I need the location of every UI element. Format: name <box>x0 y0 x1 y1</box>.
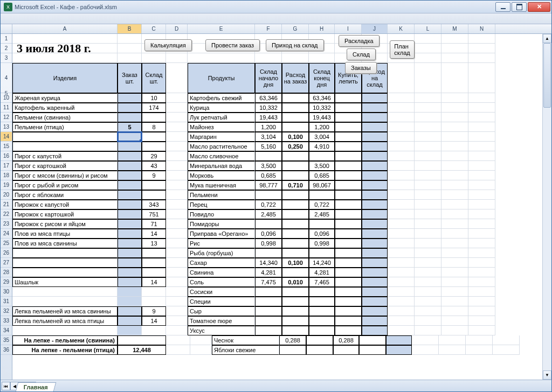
extra-stock[interactable]: 9 <box>142 306 166 316</box>
prod-buy[interactable] <box>335 93 362 103</box>
prod-end[interactable]: 4,281 <box>309 268 335 277</box>
prod-name[interactable]: Рис <box>188 239 255 248</box>
prod-end[interactable]: 0,998 <box>309 239 335 248</box>
item-name[interactable]: Жареная курица <box>12 93 118 103</box>
prod-name[interactable]: Чеснок <box>212 335 279 345</box>
prod-buy[interactable] <box>335 200 362 209</box>
item-stock[interactable] <box>142 268 166 277</box>
prod-start[interactable] <box>255 248 282 258</box>
prod-end[interactable]: 19,443 <box>309 113 335 122</box>
extra-stock[interactable]: 14 <box>142 316 166 326</box>
prod-consume[interactable]: 0,710 <box>282 180 309 190</box>
item-order[interactable] <box>118 190 142 200</box>
prod-start[interactable]: 0,998 <box>255 239 282 248</box>
prod-start[interactable] <box>279 345 306 355</box>
row-header[interactable]: 27 <box>1 258 12 268</box>
prod-income[interactable] <box>362 229 388 239</box>
prod-consume[interactable] <box>282 248 309 258</box>
col-header[interactable]: H <box>309 24 335 33</box>
prod-name[interactable]: Мука пшеничная <box>188 180 255 190</box>
prod-consume[interactable] <box>282 209 309 219</box>
prod-end[interactable] <box>309 287 335 297</box>
prod-consume[interactable] <box>282 316 309 326</box>
prod-buy[interactable] <box>335 239 362 248</box>
prod-income[interactable] <box>362 209 388 219</box>
prod-buy[interactable] <box>335 113 362 122</box>
prod-start[interactable]: 7,475 <box>255 277 282 287</box>
item-name[interactable]: Пирожок с капустой <box>12 200 118 209</box>
item-name[interactable] <box>12 142 118 151</box>
item-name[interactable]: Пельмени (свинина) <box>12 113 118 122</box>
item-stock[interactable]: 174 <box>142 103 166 113</box>
prod-consume[interactable] <box>282 122 309 132</box>
item-stock[interactable]: 13 <box>142 239 166 248</box>
item-order[interactable] <box>118 171 142 180</box>
item-name[interactable] <box>12 258 118 268</box>
prod-buy[interactable] <box>335 277 362 287</box>
prod-buy[interactable] <box>335 171 362 180</box>
formula-bar[interactable] <box>1 13 551 24</box>
prod-consume[interactable] <box>282 219 309 229</box>
item-order[interactable] <box>118 151 142 161</box>
item-name[interactable]: Пирог с капустой <box>12 151 118 161</box>
prod-buy[interactable] <box>359 345 386 355</box>
prod-start[interactable]: 0,096 <box>255 229 282 239</box>
row-header[interactable]: 25 <box>1 239 12 248</box>
prod-buy[interactable] <box>335 258 362 268</box>
item-stock[interactable]: 8 <box>142 122 166 132</box>
row-header[interactable]: 23 <box>1 219 12 229</box>
prod-end[interactable] <box>309 316 335 326</box>
prod-end[interactable]: 0,288 <box>333 335 359 345</box>
prod-start[interactable]: 5,160 <box>255 142 282 151</box>
item-order[interactable] <box>118 248 142 258</box>
item-stock[interactable] <box>142 190 166 200</box>
income-button[interactable]: Приход на склад <box>266 39 324 51</box>
col-header[interactable]: C <box>142 24 166 33</box>
prod-end[interactable] <box>309 297 335 306</box>
scroll-down-icon[interactable]: ▼ <box>543 370 551 380</box>
item-stock[interactable]: 343 <box>142 200 166 209</box>
prod-name[interactable]: Помидоры <box>188 219 255 229</box>
prod-buy[interactable] <box>335 190 362 200</box>
prod-name[interactable]: Перец <box>188 200 255 209</box>
prod-start[interactable]: 10,332 <box>255 103 282 113</box>
prod-name[interactable]: Сосиски <box>188 287 255 297</box>
col-header[interactable]: G <box>282 24 309 33</box>
prod-name[interactable]: Морковь <box>188 171 255 180</box>
prod-start[interactable]: 63,346 <box>255 93 282 103</box>
prod-income[interactable] <box>362 248 388 258</box>
prod-buy[interactable] <box>335 142 362 151</box>
row-header[interactable]: 13 <box>1 122 12 132</box>
row-header[interactable]: 18 <box>1 171 12 180</box>
row-header[interactable]: 19 <box>1 180 12 190</box>
row-header[interactable]: 33 <box>1 316 12 326</box>
prod-name[interactable]: Минеральная вода <box>188 161 255 171</box>
prod-start[interactable] <box>255 151 282 161</box>
prod-name[interactable]: Пельмени <box>188 190 255 200</box>
row-header[interactable]: 3 <box>1 53 12 63</box>
sheet-tab-main[interactable]: Главная <box>16 382 56 391</box>
row-header[interactable]: 24 <box>1 229 12 239</box>
item-stock[interactable] <box>142 248 166 258</box>
item-stock[interactable] <box>142 142 166 151</box>
col-header[interactable]: N <box>468 24 495 33</box>
prod-buy[interactable] <box>335 103 362 113</box>
item-name[interactable] <box>12 132 118 142</box>
run-order-button[interactable]: Провести заказ <box>205 39 260 51</box>
prod-end[interactable] <box>333 345 359 355</box>
extra-name[interactable]: Лепка пельменей из мяса свинины <box>12 306 118 316</box>
item-order[interactable] <box>118 209 142 219</box>
prod-name[interactable]: Сахар <box>188 258 255 268</box>
item-stock[interactable]: 29 <box>142 151 166 161</box>
row-header[interactable]: 34 <box>1 326 12 335</box>
col-header[interactable]: E <box>188 24 255 33</box>
close-button[interactable] <box>528 2 550 12</box>
prod-income[interactable] <box>362 277 388 287</box>
prod-end[interactable]: 7,465 <box>309 277 335 287</box>
item-stock[interactable]: 71 <box>142 219 166 229</box>
prod-consume[interactable] <box>282 161 309 171</box>
item-name[interactable]: Пирог с яблоками <box>12 190 118 200</box>
row-header[interactable]: 35 <box>1 335 12 345</box>
prod-income[interactable] <box>386 335 412 345</box>
prod-consume[interactable] <box>282 151 309 161</box>
